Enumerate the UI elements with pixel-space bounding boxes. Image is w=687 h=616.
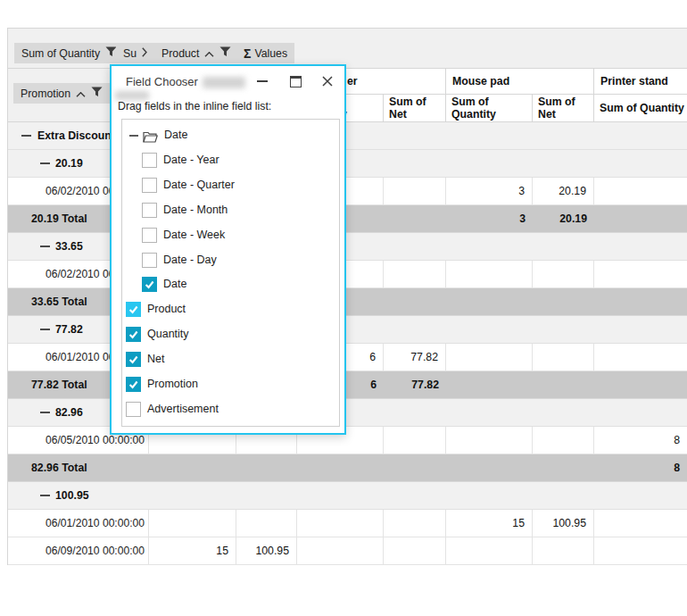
value-cell[interactable]: 20.19 bbox=[533, 178, 594, 205]
field-label[interactable]: Net bbox=[147, 353, 164, 365]
collapse-icon[interactable] bbox=[40, 246, 50, 247]
value-cell[interactable] bbox=[149, 510, 236, 537]
value-cell[interactable]: 15 bbox=[446, 510, 533, 537]
field-label[interactable]: Date - Month bbox=[163, 204, 228, 216]
field-row[interactable]: Date - Year bbox=[122, 148, 339, 173]
value-cell[interactable] bbox=[297, 510, 384, 537]
field-row[interactable]: Date bbox=[122, 123, 339, 148]
field-row[interactable]: Date - Month bbox=[122, 198, 339, 223]
measure-header[interactable]: Sum of Net bbox=[533, 95, 594, 122]
value-cell[interactable] bbox=[446, 261, 533, 288]
value-cell[interactable] bbox=[533, 537, 594, 565]
value-cell[interactable]: 77.82 bbox=[384, 344, 446, 371]
value-cell[interactable] bbox=[384, 537, 446, 565]
group-row[interactable]: 100.95 bbox=[7, 482, 687, 510]
value-cell[interactable]: 15 bbox=[149, 537, 236, 565]
field-checkbox[interactable] bbox=[142, 178, 157, 193]
values-button[interactable]: Σ Values bbox=[236, 43, 294, 63]
value-cell[interactable] bbox=[533, 344, 594, 371]
field-label[interactable]: Date - Week bbox=[163, 229, 225, 241]
grid-left-border bbox=[7, 69, 8, 565]
value-cell[interactable] bbox=[594, 344, 687, 371]
filter-icon[interactable] bbox=[219, 46, 231, 60]
value-cell[interactable] bbox=[384, 261, 446, 288]
field-row[interactable]: Date - Quarter bbox=[122, 173, 339, 198]
row-header-cell[interactable]: 06/09/2010 00:00:00 bbox=[7, 537, 149, 565]
field-row[interactable]: Date - Day bbox=[122, 248, 339, 273]
collapse-icon[interactable] bbox=[40, 329, 50, 330]
value-cell[interactable] bbox=[594, 510, 687, 537]
collapse-icon[interactable] bbox=[40, 412, 50, 413]
field-row[interactable]: Date - Week bbox=[122, 223, 339, 248]
field-button-label: Product bbox=[161, 47, 199, 60]
field-checkbox[interactable] bbox=[142, 277, 157, 292]
value-cell[interactable]: 8 bbox=[594, 427, 687, 454]
field-row[interactable]: Advertisement bbox=[122, 397, 339, 422]
field-row[interactable]: Promotion bbox=[122, 372, 339, 397]
total-value: 8 bbox=[594, 462, 680, 474]
close-button[interactable] bbox=[316, 71, 339, 91]
column-group-header[interactable]: Mouse pad bbox=[446, 69, 594, 95]
value-cell[interactable] bbox=[236, 510, 297, 537]
field-checkbox[interactable] bbox=[142, 153, 157, 168]
collapse-icon[interactable] bbox=[40, 162, 50, 164]
filter-icon[interactable] bbox=[91, 87, 103, 100]
field-label[interactable]: Date - Day bbox=[163, 254, 217, 266]
field-checkbox[interactable] bbox=[142, 253, 157, 268]
value-cell[interactable] bbox=[594, 537, 687, 565]
field-checkbox[interactable] bbox=[142, 228, 157, 243]
value-cell[interactable]: 100.95 bbox=[236, 537, 297, 565]
field-checkbox[interactable] bbox=[126, 402, 141, 417]
field-label[interactable]: Quantity bbox=[147, 328, 189, 340]
value-cell[interactable] bbox=[384, 510, 446, 537]
measure-header[interactable]: Sum of Net bbox=[384, 95, 446, 122]
value-cell[interactable]: 100.95 bbox=[533, 510, 594, 537]
field-row[interactable]: Date bbox=[122, 272, 339, 297]
value-cell[interactable] bbox=[446, 537, 533, 565]
field-checkbox[interactable] bbox=[126, 377, 141, 392]
value-cell[interactable] bbox=[446, 344, 533, 371]
field-button-truncated[interactable]: Su bbox=[116, 43, 154, 63]
field-checkbox[interactable] bbox=[142, 203, 157, 218]
value-cell[interactable] bbox=[384, 178, 446, 205]
field-label[interactable]: Date bbox=[163, 278, 186, 290]
row-header-cell[interactable]: 06/01/2010 00:00:00 bbox=[7, 510, 149, 537]
field-label[interactable]: Date - Year bbox=[163, 154, 219, 166]
value-cell[interactable] bbox=[297, 537, 384, 565]
field-label[interactable]: Product bbox=[147, 303, 186, 315]
total-label: 82.96 Total bbox=[31, 462, 87, 474]
value-cell[interactable] bbox=[594, 178, 687, 205]
field-row[interactable]: Net bbox=[122, 347, 339, 372]
folder-label[interactable]: Date bbox=[164, 129, 187, 141]
field-label[interactable]: Promotion bbox=[147, 378, 198, 390]
field-label[interactable]: Date - Quarter bbox=[163, 179, 235, 191]
field-checkbox[interactable] bbox=[126, 352, 141, 367]
group-label: 77.82 bbox=[55, 323, 83, 336]
maximize-icon bbox=[290, 76, 302, 87]
value-cell[interactable] bbox=[446, 427, 533, 454]
value-cell[interactable] bbox=[533, 261, 594, 288]
measure-header[interactable]: Sum of Quantity bbox=[594, 95, 687, 122]
field-button-sum-of-quantity[interactable]: Sum of Quantity bbox=[14, 43, 124, 63]
field-label[interactable]: Advertisement bbox=[147, 403, 219, 415]
collapse-icon[interactable] bbox=[40, 495, 50, 496]
value-cell[interactable] bbox=[533, 427, 594, 454]
collapse-icon[interactable] bbox=[129, 135, 138, 137]
field-button-product[interactable]: Product bbox=[154, 43, 238, 63]
redacted-text-blur bbox=[115, 91, 149, 100]
collapse-icon[interactable] bbox=[21, 135, 31, 137]
row-header-date: 06/01/2010 00:00:00 bbox=[46, 517, 145, 529]
maximize-button[interactable] bbox=[284, 71, 307, 91]
field-row[interactable]: Product bbox=[122, 297, 339, 322]
value-cell[interactable]: 3 bbox=[446, 178, 533, 205]
field-row[interactable]: Quantity bbox=[122, 322, 339, 347]
column-group-header[interactable]: Printer stand bbox=[594, 69, 687, 95]
minimize-button[interactable] bbox=[251, 71, 274, 91]
value-cell[interactable] bbox=[594, 261, 687, 288]
field-checkbox[interactable] bbox=[126, 327, 141, 342]
field-checkbox[interactable] bbox=[126, 302, 141, 317]
measure-header[interactable]: Sum of Quantity bbox=[446, 95, 533, 122]
total-row[interactable]: 82.96 Total8 bbox=[7, 454, 687, 482]
value-cell[interactable] bbox=[384, 427, 446, 454]
field-button-promotion[interactable]: Promotion bbox=[13, 83, 110, 104]
